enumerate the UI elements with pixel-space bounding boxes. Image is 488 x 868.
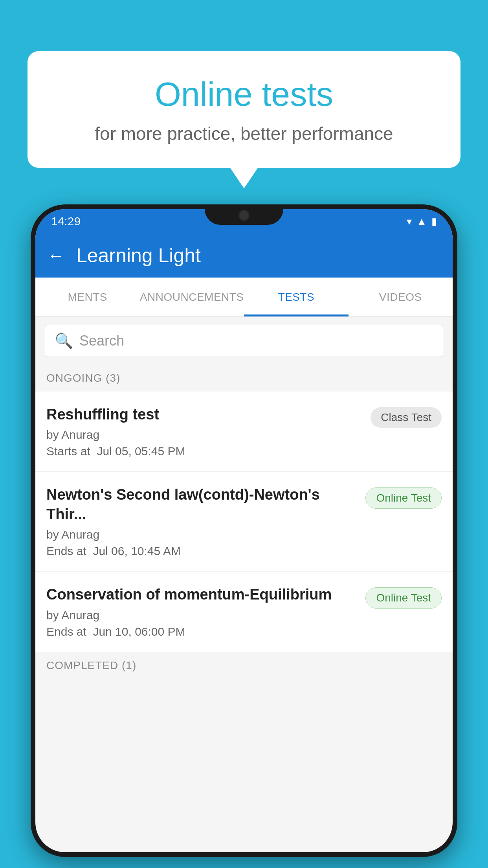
test-info-2: Newton's Second law(contd)-Newton's Thir… <box>46 485 358 558</box>
speech-bubble: Online tests for more practice, better p… <box>28 51 460 168</box>
test-item-2[interactable]: Newton's Second law(contd)-Newton's Thir… <box>35 472 453 572</box>
phone-screen: 14:29 ▾ ▲ ▮ ← Learning Light MENTS ANNOU… <box>35 209 453 852</box>
test-item-1[interactable]: Reshuffling test by Anurag Starts at Jul… <box>35 392 453 472</box>
tests-list: Reshuffling test by Anurag Starts at Jul… <box>35 392 453 652</box>
test-item-3[interactable]: Conservation of momentum-Equilibrium by … <box>35 572 453 652</box>
completed-section-header: COMPLETED (1) <box>35 652 453 679</box>
search-container: 🔍 Search <box>35 317 453 365</box>
speech-bubble-container: Online tests for more practice, better p… <box>28 51 460 168</box>
tab-tests-label: TESTS <box>278 291 314 303</box>
ongoing-section-header: ONGOING (3) <box>35 365 453 392</box>
test-author-3: by Anurag <box>46 609 358 622</box>
test-info-3: Conservation of momentum-Equilibrium by … <box>46 585 358 638</box>
test-name-2: Newton's Second law(contd)-Newton's Thir… <box>46 485 358 524</box>
tab-announcements[interactable]: ANNOUNCEMENTS <box>140 278 244 316</box>
test-badge-2: Online Test <box>365 487 442 509</box>
tab-ments[interactable]: MENTS <box>35 278 140 316</box>
phone-container: 14:29 ▾ ▲ ▮ ← Learning Light MENTS ANNOU… <box>31 204 457 868</box>
app-title: Learning Light <box>76 244 201 267</box>
phone-notch <box>205 204 283 225</box>
test-author-2: by Anurag <box>46 528 358 541</box>
search-icon: 🔍 <box>55 332 73 349</box>
test-name-3: Conservation of momentum-Equilibrium <box>46 585 358 604</box>
battery-icon: ▮ <box>431 215 437 228</box>
test-badge-1: Class Test <box>371 407 442 428</box>
bubble-title: Online tests <box>59 75 429 114</box>
phone-camera <box>238 210 250 221</box>
test-author-1: by Anurag <box>46 428 363 441</box>
status-icons: ▾ ▲ ▮ <box>407 215 437 228</box>
bubble-subtitle: for more practice, better performance <box>59 123 429 144</box>
test-name-1: Reshuffling test <box>46 405 363 424</box>
tabs-bar: MENTS ANNOUNCEMENTS TESTS VIDEOS <box>35 278 453 317</box>
tab-ments-label: MENTS <box>68 291 108 303</box>
signal-icon: ▲ <box>416 215 427 228</box>
phone-frame: 14:29 ▾ ▲ ▮ ← Learning Light MENTS ANNOU… <box>31 204 457 857</box>
test-time-3: Ends at Jun 10, 06:00 PM <box>46 625 358 638</box>
test-badge-3: Online Test <box>365 587 442 609</box>
test-time-1: Starts at Jul 05, 05:45 PM <box>46 445 363 458</box>
tab-tests[interactable]: TESTS <box>244 278 349 316</box>
test-time-2: Ends at Jul 06, 10:45 AM <box>46 544 358 558</box>
tab-videos[interactable]: VIDEOS <box>349 278 453 316</box>
tab-announcements-label: ANNOUNCEMENTS <box>140 291 244 303</box>
app-bar: ← Learning Light <box>35 234 453 278</box>
search-input-wrapper[interactable]: 🔍 Search <box>45 325 443 357</box>
wifi-icon: ▾ <box>407 215 412 228</box>
tab-videos-label: VIDEOS <box>379 291 422 303</box>
search-placeholder: Search <box>79 333 124 349</box>
scrollable-content: 🔍 Search ONGOING (3) Reshuffling test by… <box>35 317 453 679</box>
status-time: 14:29 <box>51 215 81 228</box>
test-info-1: Reshuffling test by Anurag Starts at Jul… <box>46 405 363 458</box>
back-button[interactable]: ← <box>47 246 64 265</box>
